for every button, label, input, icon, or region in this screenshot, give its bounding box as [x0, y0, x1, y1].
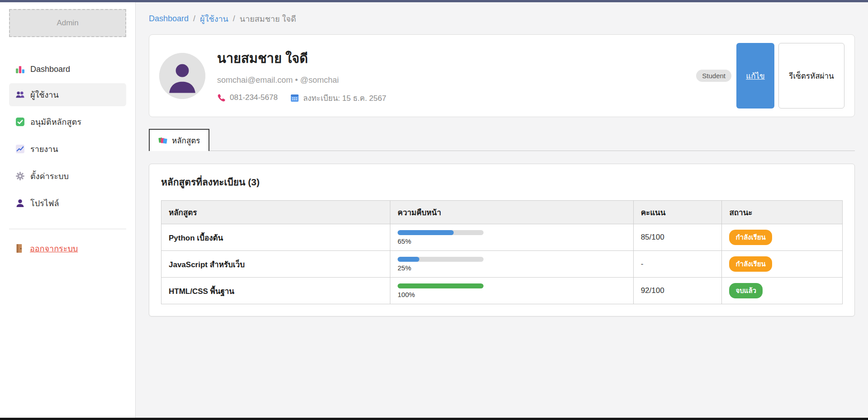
profile-actions: Student แก้ไข รีเซ็ตรหัสผ่าน	[696, 43, 844, 109]
panel-title: หลักสูตรที่ลงทะเบียน (3)	[161, 175, 843, 189]
sidebar-nav: Dashboard ผู้ใช้งาน อนุมัติหลักสูตร รายง…	[9, 60, 126, 219]
breadcrumb-users[interactable]: ผู้ใช้งาน	[200, 12, 228, 25]
logout-link[interactable]: ออกจากระบบ	[9, 242, 126, 255]
users-icon	[15, 90, 25, 99]
progress-label: 100%	[398, 291, 626, 298]
profile-phone: 081-234-5678	[217, 93, 278, 102]
breadcrumb-current: นายสมชาย ใจดี	[240, 12, 296, 25]
header-course: หลักสูตร	[161, 201, 390, 224]
gear-icon	[15, 171, 25, 181]
course-name: Python เบื้องต้น	[169, 234, 223, 242]
sidebar-item-reports[interactable]: รายงาน	[9, 137, 126, 160]
breadcrumb-dashboard[interactable]: Dashboard	[149, 14, 189, 24]
profile-registered-value: ลงทะเบียน: 15 ธ.ค. 2567	[303, 92, 386, 104]
sidebar-item-label: อนุมัติหลักสูตร	[30, 115, 81, 128]
progress-bar	[398, 257, 484, 262]
phone-icon	[217, 94, 226, 102]
books-icon	[158, 137, 167, 145]
sidebar: Admin Dashboard ผู้ใช้งาน อนุมัติหลักสูต…	[0, 2, 136, 418]
logout-label: ออกจากระบบ	[30, 242, 78, 255]
progress-bar-fill	[398, 283, 484, 288]
sidebar-item-settings[interactable]: ตั้งค่าระบบ	[9, 165, 126, 188]
progress-bar-fill	[398, 257, 419, 262]
bottom-accent-bar	[0, 418, 868, 420]
course-name: JavaScript สำหรับเว็บ	[169, 260, 245, 269]
sidebar-item-label: โปรไฟล์	[30, 197, 59, 210]
tab-courses[interactable]: หลักสูตร	[149, 129, 209, 151]
person-icon	[15, 198, 25, 208]
admin-logo-label: Admin	[57, 19, 78, 28]
progress-label: 25%	[398, 264, 626, 272]
status-badge: กำลังเรียน	[729, 230, 772, 245]
sidebar-item-users[interactable]: ผู้ใช้งาน	[9, 83, 126, 106]
profile-email: somchai@email.com • @somchai	[217, 76, 684, 85]
profile-card: นายสมชาย ใจดี somchai@email.com • @somch…	[149, 34, 855, 117]
courses-table: หลักสูตร ความคืบหน้า คะแนน สถานะ Python …	[161, 200, 843, 304]
profile-info: นายสมชาย ใจดี somchai@email.com • @somch…	[217, 43, 684, 109]
sidebar-item-dashboard[interactable]: Dashboard	[9, 60, 126, 79]
tab-bar: หลักสูตร	[149, 129, 855, 151]
header-status: สถานะ	[722, 201, 843, 224]
score-value: -	[641, 260, 644, 268]
table-row: JavaScript สำหรับเว็บ 25% - กำลังเรียน	[161, 251, 843, 278]
table-header-row: หลักสูตร ความคืบหน้า คะแนน สถานะ	[161, 201, 843, 224]
reset-password-button[interactable]: รีเซ็ตรหัสผ่าน	[778, 43, 844, 109]
profile-registered: ลงทะเบียน: 15 ธ.ค. 2567	[290, 92, 386, 104]
table-row: Python เบื้องต้น 65% 85/100 กำลังเรียน	[161, 224, 843, 251]
status-badge: กำลังเรียน	[729, 256, 772, 272]
progress-bar	[398, 230, 484, 235]
sidebar-item-label: รายงาน	[30, 142, 58, 156]
breadcrumb-separator: /	[233, 14, 235, 24]
admin-logo: Admin	[9, 9, 126, 37]
progress-bar-fill	[398, 230, 454, 235]
main-content: Dashboard / ผู้ใช้งาน / นายสมชาย ใจดี นา…	[136, 2, 868, 418]
course-name: HTML/CSS พื้นฐาน	[169, 287, 234, 296]
door-icon	[15, 244, 24, 254]
sidebar-item-label: ผู้ใช้งาน	[30, 88, 59, 101]
progress-bar	[398, 283, 484, 288]
check-icon	[15, 117, 25, 127]
table-row: HTML/CSS พื้นฐาน 100% 92/100 จบแล้ว	[161, 278, 843, 304]
sidebar-item-label: ตั้งค่าระบบ	[30, 170, 69, 183]
courses-panel: หลักสูตรที่ลงทะเบียน (3) หลักสูตร ความคื…	[149, 164, 855, 316]
status-badge: จบแล้ว	[729, 283, 763, 298]
profile-phone-value: 081-234-5678	[230, 93, 278, 102]
profile-name: นายสมชาย ใจดี	[217, 48, 684, 69]
breadcrumb-separator: /	[193, 14, 195, 24]
profile-meta: 081-234-5678 ลงทะเบียน: 15 ธ.ค. 2567	[217, 92, 684, 104]
bar-chart-icon	[15, 65, 25, 74]
calendar-icon	[290, 94, 299, 102]
app-frame: Admin Dashboard ผู้ใช้งาน อนุมัติหลักสูต…	[0, 2, 868, 418]
chart-up-icon	[15, 144, 25, 154]
sidebar-item-approve-courses[interactable]: อนุมัติหลักสูตร	[9, 110, 126, 133]
header-progress: ความคืบหน้า	[390, 201, 634, 224]
avatar	[159, 53, 205, 99]
role-badge: Student	[696, 70, 731, 82]
breadcrumb: Dashboard / ผู้ใช้งาน / นายสมชาย ใจดี	[149, 12, 855, 25]
sidebar-divider	[9, 229, 126, 229]
progress-label: 65%	[398, 237, 626, 245]
tab-courses-label: หลักสูตร	[172, 134, 200, 146]
sidebar-item-profile[interactable]: โปรไฟล์	[9, 192, 126, 215]
header-score: คะแนน	[633, 201, 722, 224]
score-value: 85/100	[641, 233, 664, 241]
sidebar-item-label: Dashboard	[30, 65, 70, 74]
score-value: 92/100	[641, 286, 664, 295]
edit-button[interactable]: แก้ไข	[736, 43, 774, 109]
